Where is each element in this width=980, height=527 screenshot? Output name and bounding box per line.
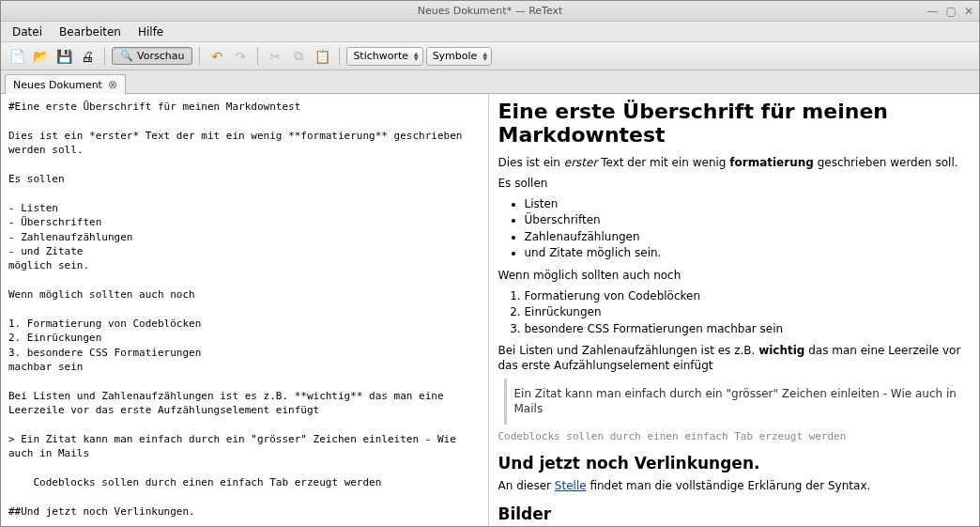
toolbar: 📄 📂 💾 🖨 🔍 Vorschau ↶ ↷ ✂ ⧉ 📋 Stichworte …: [1, 42, 979, 70]
keywords-combo[interactable]: Stichworte ▴▾: [346, 47, 422, 66]
preview-pane: Eine erste Überschrift für meinen Markdo…: [489, 94, 980, 526]
app-window: Neues Dokument* — ReText — ▢ ✕ Datei Bea…: [0, 0, 980, 527]
separator: [199, 47, 200, 66]
list-item: Zahlenaufzählungen: [525, 229, 971, 245]
maximize-icon[interactable]: ▢: [946, 5, 957, 18]
preview-ol: Formatierung von Codeblöcken Einrückunge…: [525, 288, 971, 337]
magnifier-icon: 🔍: [120, 50, 133, 62]
close-icon[interactable]: ✕: [964, 5, 973, 18]
preview-codeblock: Codeblocks sollen durch einen einfach Ta…: [498, 430, 971, 442]
preview-paragraph: Dies ist ein erster Text der mit ein wen…: [498, 155, 971, 170]
preview-label: Vorschau: [137, 50, 184, 62]
minimize-icon[interactable]: —: [927, 5, 939, 18]
content-area: #Eine erste Überschrift für meinen Markd…: [1, 94, 979, 526]
list-item: und Zitate möglich sein.: [525, 245, 971, 261]
tabbar: Neues Dokument ⊗: [1, 70, 979, 94]
titlebar: Neues Dokument* — ReText — ▢ ✕: [1, 1, 979, 22]
preview-ul: Listen Überschriften Zahlenaufzählungen …: [525, 196, 971, 262]
combo-label: Symbole: [433, 50, 478, 62]
source-editor[interactable]: #Eine erste Überschrift für meinen Markd…: [1, 94, 489, 526]
menu-edit[interactable]: Bearbeiten: [52, 23, 129, 40]
list-item: Einrückungen: [525, 304, 971, 320]
preview-paragraph: An dieser Stelle findet man die vollstän…: [498, 478, 971, 493]
menubar: Datei Bearbeiten Hilfe: [1, 22, 979, 42]
combo-label: Stichworte: [353, 50, 408, 62]
preview-link[interactable]: Stelle: [555, 479, 587, 492]
preview-h2: Bilder: [498, 504, 971, 523]
preview-h1: Eine erste Überschrift für meinen Markdo…: [498, 100, 971, 147]
list-item: Überschriften: [525, 212, 971, 228]
preview-paragraph: Wenn möglich sollten auch noch: [498, 268, 971, 283]
symbols-combo[interactable]: Symbole ▴▾: [426, 47, 492, 66]
undo-icon[interactable]: ↶: [207, 46, 227, 67]
chevron-updown-icon: ▴▾: [482, 52, 487, 61]
chevron-updown-icon: ▴▾: [414, 52, 419, 61]
preview-paragraph: Es sollen: [498, 176, 971, 191]
list-item: Formatierung von Codeblöcken: [525, 288, 971, 304]
copy-icon[interactable]: ⧉: [288, 46, 309, 67]
separator: [257, 47, 258, 66]
paste-icon[interactable]: 📋: [312, 46, 332, 67]
window-title: Neues Dokument* — ReText: [418, 5, 563, 17]
list-item: Listen: [525, 196, 971, 212]
print-icon[interactable]: 🖨: [77, 46, 98, 67]
separator: [339, 47, 340, 66]
tab-close-icon[interactable]: ⊗: [108, 78, 117, 91]
menu-help[interactable]: Hilfe: [130, 23, 171, 40]
document-tab[interactable]: Neues Dokument ⊗: [5, 74, 126, 94]
menu-file[interactable]: Datei: [5, 23, 50, 40]
open-file-icon[interactable]: 📂: [30, 46, 51, 67]
preview-toggle-button[interactable]: 🔍 Vorschau: [112, 47, 192, 65]
preview-h2: Und jetzt noch Verlinkungen.: [498, 454, 971, 473]
redo-icon[interactable]: ↷: [230, 46, 251, 67]
new-file-icon[interactable]: 📄: [7, 46, 27, 67]
preview-blockquote: Ein Zitat kann man einfach durch ein "gr…: [504, 379, 967, 424]
tab-label: Neues Dokument: [13, 79, 102, 91]
save-file-icon[interactable]: 💾: [54, 46, 74, 67]
preview-paragraph: Bei Listen und Zahlenaufzählungen ist es…: [498, 343, 971, 373]
list-item: besondere CSS Formatierungen machbar sei…: [525, 321, 971, 337]
cut-icon[interactable]: ✂: [265, 46, 285, 67]
separator: [104, 47, 105, 66]
